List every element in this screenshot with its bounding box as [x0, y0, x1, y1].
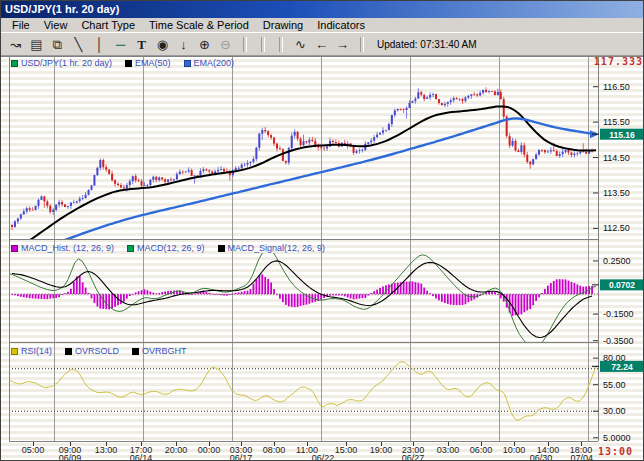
svg-text:05:00: 05:00: [22, 445, 45, 455]
legend-label: RSI(14): [21, 346, 52, 356]
legend-swatch-icon: [184, 60, 191, 67]
horizontal-line-icon[interactable]: ─: [110, 35, 131, 54]
svg-text:30.00: 30.00: [603, 406, 626, 416]
svg-text:-0.1500: -0.1500: [603, 309, 634, 319]
menu-file[interactable]: File: [5, 19, 37, 31]
arrow-right-icon[interactable]: →: [332, 35, 353, 54]
menu-bar: FileViewChart TypeTime Scale & PeriodDra…: [1, 18, 643, 32]
svg-text:06/09: 06/09: [59, 453, 82, 461]
svg-text:20:00: 20:00: [165, 445, 188, 455]
title-bar[interactable]: USD/JPY(1 hr. 20 day): [1, 1, 643, 18]
updated-timestamp: Updated: 07:31:40 AM: [377, 39, 477, 50]
zoom-in-icon[interactable]: ⊕: [194, 35, 215, 54]
macd-legend: MACD_Hist. (12, 26, 9)MACD(12, 26, 9)MAC…: [11, 242, 325, 254]
rsi-legend: RSI(14)OVRSOLDOVRBGHT: [11, 345, 187, 357]
svg-text:115.16: 115.16: [609, 130, 635, 140]
vertical-line-icon[interactable]: │: [89, 35, 110, 54]
legend-item: MACD(12, 26, 9): [127, 243, 205, 253]
legend-swatch-icon: [218, 245, 225, 252]
svg-text:55.00: 55.00: [603, 380, 626, 390]
svg-text:13:00: 13:00: [95, 445, 118, 455]
toolbar: ↝▤⧉╲│─T◉↓⊕⊖∿←→Updated: 07:31:40 AM: [1, 32, 643, 56]
toolbar-separator: [279, 37, 283, 52]
legend-item: MACD_Hist. (12, 26, 9): [11, 243, 114, 253]
cursor-price-readout: 117.333: [594, 56, 643, 67]
legend-item: RSI(14): [11, 346, 52, 356]
svg-text:114.50: 114.50: [603, 153, 630, 163]
legend-swatch-icon: [11, 60, 18, 67]
menu-view[interactable]: View: [37, 19, 75, 31]
toolbar-separator: [261, 37, 265, 52]
svg-text:06/22: 06/22: [312, 453, 335, 461]
legend-item: USD/JPY(1 hr. 20 day): [11, 58, 112, 68]
window-title: USD/JPY(1 hr. 20 day): [5, 3, 119, 15]
svg-text:0.2500: 0.2500: [603, 256, 631, 266]
legend-label: OVRBGHT: [142, 346, 187, 356]
svg-text:19:00: 19:00: [370, 445, 393, 455]
svg-text:-0.3500: -0.3500: [603, 336, 634, 346]
svg-text:10:00: 10:00: [503, 445, 526, 455]
candles: [11, 87, 593, 230]
rsi-pane: [9, 362, 598, 421]
ema200-line: [9, 118, 596, 256]
legend-item: OVRBGHT: [132, 346, 187, 356]
price-pane: [9, 87, 596, 256]
svg-text:03:00: 03:00: [437, 445, 460, 455]
toolbar-separator: [243, 37, 247, 52]
chart-svg[interactable]: 116.50115.50114.50113.50112.50115.160.25…: [1, 56, 644, 461]
legend-swatch-icon: [11, 348, 18, 355]
svg-text:5.0000: 5.0000: [603, 433, 631, 443]
svg-text:00:00: 00:00: [198, 445, 221, 455]
legend-swatch-icon: [127, 245, 134, 252]
menu-drawing[interactable]: Drawing: [256, 19, 310, 31]
price-axis: 116.50115.50114.50113.50112.50115.16: [592, 82, 644, 234]
menu-indicators[interactable]: Indicators: [310, 19, 372, 31]
svg-text:72.24: 72.24: [611, 362, 633, 372]
svg-text:113.50: 113.50: [603, 188, 630, 198]
svg-text:06/14: 06/14: [130, 453, 153, 461]
macd-pane: [9, 249, 598, 348]
svg-text:0.0702: 0.0702: [609, 280, 635, 290]
price-legend: USD/JPY(1 hr. 20 day)EMA(50)EMA(200): [11, 57, 234, 69]
menu-time-scale-period[interactable]: Time Scale & Period: [142, 19, 256, 31]
legend-label: EMA(50): [135, 58, 171, 68]
svg-text:15:00: 15:00: [335, 445, 358, 455]
legend-item: OVRSOLD: [65, 346, 119, 356]
arrow-left-icon[interactable]: ←: [311, 35, 332, 54]
legend-swatch-icon: [132, 348, 139, 355]
point-marker-icon[interactable]: ◉: [152, 35, 173, 54]
macd-axis: 0.2500-0.1500-0.35000.0702: [592, 256, 644, 346]
rsi-axis: 80.0055.0030.005.000072.24: [592, 353, 644, 443]
chart-area: 116.50115.50114.50113.50112.50115.160.25…: [1, 56, 644, 461]
legend-label: MACD_Hist. (12, 26, 9): [21, 243, 114, 253]
text-tool-icon[interactable]: T: [131, 35, 152, 54]
cursor-time-readout: 13:00: [598, 446, 633, 457]
copy-icon[interactable]: ⧉: [47, 35, 68, 54]
legend-item: EMA(200): [184, 58, 235, 68]
svg-text:07/04: 07/04: [570, 453, 593, 461]
svg-text:115.50: 115.50: [603, 117, 630, 127]
legend-label: MACD_Signal(12, 26, 9): [228, 243, 326, 253]
svg-text:06/30: 06/30: [530, 453, 553, 461]
trendline-icon[interactable]: ╲: [68, 35, 89, 54]
legend-label: EMA(200): [194, 58, 235, 68]
print-icon[interactable]: ▤: [26, 35, 47, 54]
chart-tool-icon[interactable]: ↝: [5, 35, 26, 54]
svg-text:08:00: 08:00: [263, 445, 286, 455]
svg-text:06:00: 06:00: [470, 445, 493, 455]
legend-label: MACD(12, 26, 9): [137, 243, 205, 253]
app-window: USD/JPY(1 hr. 20 day) FileViewChart Type…: [0, 0, 644, 461]
arrow-down-icon[interactable]: ↓: [173, 35, 194, 54]
svg-text:06/27: 06/27: [402, 453, 425, 461]
toolbar-separator: [360, 37, 364, 52]
svg-text:06/17: 06/17: [230, 453, 253, 461]
legend-item: MACD_Signal(12, 26, 9): [218, 243, 326, 253]
legend-swatch-icon: [11, 245, 18, 252]
legend-item: EMA(50): [125, 58, 171, 68]
legend-label: OVRSOLD: [75, 346, 119, 356]
zoom-out-icon[interactable]: ⊖: [215, 35, 236, 54]
legend-swatch-icon: [65, 348, 72, 355]
zigzag-icon[interactable]: ∿: [290, 35, 311, 54]
legend-swatch-icon: [125, 60, 132, 67]
menu-chart-type[interactable]: Chart Type: [74, 19, 142, 31]
